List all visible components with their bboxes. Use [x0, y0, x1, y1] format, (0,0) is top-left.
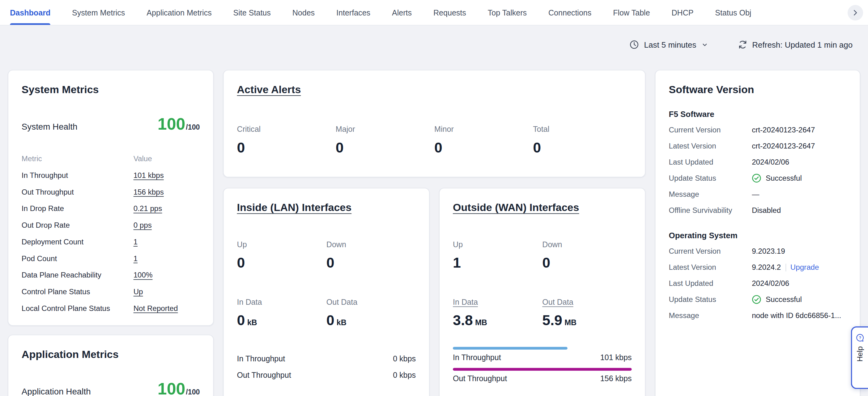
metric-value-link[interactable]: 1 — [133, 237, 137, 246]
help-button[interactable]: ? Help — [851, 327, 868, 389]
application-health-row: Application Health 100/100 — [22, 379, 200, 396]
lan-interfaces-card: Inside (LAN) Interfaces Up 0 Down 0 In D… — [223, 188, 430, 396]
wan-data: In Data 3.8MB Out Data 5.9MB — [453, 297, 631, 329]
chevron-right-icon — [851, 9, 859, 17]
lan-up-down: Up 0 Down 0 — [237, 239, 416, 272]
sw-row: Current Versioncrt-20240123-2647 — [669, 122, 847, 138]
table-row: Out Throughput156 kbps — [22, 183, 200, 200]
table-row: Control Plane StatusUp — [22, 283, 200, 300]
wan-up-down: Up 1 Down 0 — [453, 239, 631, 272]
sw-row: Last Updated2024/02/06 — [669, 275, 847, 291]
tab-nodes[interactable]: Nodes — [292, 0, 315, 25]
nav-scroll-right-button[interactable] — [847, 5, 863, 21]
wan-in-data-link[interactable]: In Data — [453, 298, 478, 307]
alert-total: Total 0 — [533, 125, 631, 156]
tab-dashboard[interactable]: Dashboard — [10, 0, 51, 25]
application-metrics-card: Application Metrics Application Health 1… — [8, 335, 214, 396]
sw-row: Latest Versioncrt-20240123-2647 — [669, 138, 847, 154]
chevron-down-icon — [702, 41, 708, 48]
help-label: Help — [856, 346, 864, 362]
success-check-icon — [752, 174, 761, 183]
sw-row-update-status: Update Status Successful — [669, 291, 847, 308]
time-range-label: Last 5 minutes — [644, 40, 696, 49]
wan-out-data-link[interactable]: Out Data — [542, 298, 573, 307]
application-metrics-title: Application Metrics — [22, 347, 200, 362]
help-question-icon: ? — [856, 334, 864, 342]
metric-value-link[interactable]: Not Reported — [133, 304, 178, 312]
upgrade-link[interactable]: Upgrade — [790, 263, 819, 272]
system-metrics-card: System Metrics System Health 100/100 Met… — [8, 70, 214, 326]
dashboard-page: Dashboard System Metrics Application Met… — [0, 0, 868, 396]
lan-throughput: In Throughput0 kbps Out Throughput0 kbps — [237, 350, 416, 383]
top-nav: Dashboard System Metrics Application Met… — [0, 0, 868, 25]
tab-alerts[interactable]: Alerts — [392, 0, 412, 25]
lan-interfaces-title-link[interactable]: Inside (LAN) Interfaces — [237, 200, 416, 215]
metric-value-link[interactable]: 0 pps — [133, 221, 152, 229]
sw-row: Offline SurvivabilityDisabled — [669, 202, 847, 219]
tab-site-status[interactable]: Site Status — [234, 0, 271, 25]
metric-value-link[interactable]: 101 kbps — [133, 171, 164, 179]
toolbar: Last 5 minutes Refresh: Updated 1 min ag… — [630, 40, 852, 49]
out-throughput-bar — [453, 368, 631, 371]
application-health-label: Application Health — [22, 387, 91, 396]
alert-critical: Critical 0 — [237, 125, 336, 156]
metric-value-link[interactable]: 100% — [133, 271, 153, 279]
divider — [785, 263, 786, 271]
system-health-row: System Health 100/100 — [22, 115, 200, 134]
metric-value-link[interactable]: 1 — [133, 254, 137, 262]
tab-flow-table[interactable]: Flow Table — [613, 0, 650, 25]
f5-software-heading: F5 Software — [669, 106, 847, 122]
metric-value-link[interactable]: 0.21 pps — [133, 204, 162, 213]
tab-dhcp[interactable]: DHCP — [672, 0, 693, 25]
refresh-icon — [738, 40, 747, 49]
wan-interfaces-card: Outside (WAN) Interfaces Up 1 Down 0 In … — [439, 188, 645, 396]
tab-connections[interactable]: Connections — [548, 0, 591, 25]
application-health-score: 100/100 — [158, 379, 200, 396]
metric-value-link[interactable]: 156 kbps — [133, 188, 164, 196]
table-row: Out Drop Rate0 pps — [22, 217, 200, 233]
table-row: Pod Count1 — [22, 250, 200, 267]
table-row: Local Control Plane StatusNot Reported — [22, 300, 200, 316]
metric-value-link[interactable]: Up — [133, 287, 143, 296]
table-row: In Throughput101 kbps — [22, 167, 200, 183]
wan-interfaces-title-link[interactable]: Outside (WAN) Interfaces — [453, 200, 631, 215]
alert-counts: Critical 0 Major 0 Minor 0 Total 0 — [237, 125, 632, 156]
metric-table-header: Metric Value — [22, 150, 200, 167]
table-row: In Drop Rate0.21 pps — [22, 200, 200, 217]
alert-minor: Minor 0 — [434, 125, 533, 156]
sw-row-latest-version: Latest Version 9.2024.2 Upgrade — [669, 259, 847, 275]
tab-top-talkers[interactable]: Top Talkers — [488, 0, 527, 25]
active-alerts-card: Active Alerts Critical 0 Major 0 Minor 0… — [223, 70, 646, 177]
clock-icon — [630, 40, 639, 49]
system-health-score: 100/100 — [158, 115, 200, 134]
system-metrics-title: System Metrics — [22, 83, 200, 97]
refresh-label: Refresh: Updated 1 min ago — [752, 40, 852, 49]
tab-application-metrics[interactable]: Application Metrics — [147, 0, 211, 25]
svg-text:?: ? — [859, 335, 861, 340]
sw-row: Message— — [669, 186, 847, 202]
sw-row: Current Version9.2023.19 — [669, 243, 847, 259]
time-range-selector[interactable]: Last 5 minutes — [630, 40, 708, 49]
operating-system-heading: Operating System — [669, 227, 847, 243]
tab-system-metrics[interactable]: System Metrics — [72, 0, 125, 25]
success-check-icon — [752, 295, 761, 304]
software-version-title: Software Version — [669, 83, 847, 97]
tab-status-objects[interactable]: Status Obj — [715, 0, 751, 25]
refresh-button[interactable]: Refresh: Updated 1 min ago — [738, 40, 852, 49]
alert-major: Major 0 — [336, 125, 434, 156]
wan-throughput: In Throughput101 kbps Out Throughput156 … — [453, 347, 631, 386]
software-version-card: Software Version F5 Software Current Ver… — [655, 70, 860, 396]
sw-row: Last Updated2024/02/06 — [669, 154, 847, 170]
sw-row: Messagenode with ID 6dc66856-1... — [669, 308, 847, 323]
tab-interfaces[interactable]: Interfaces — [336, 0, 370, 25]
in-throughput-bar — [453, 347, 567, 349]
table-row: Deployment Count1 — [22, 233, 200, 250]
system-health-label: System Health — [22, 122, 78, 132]
active-alerts-title-link[interactable]: Active Alerts — [237, 83, 632, 97]
sw-row-update-status: Update Status Successful — [669, 170, 847, 186]
tab-requests[interactable]: Requests — [433, 0, 466, 25]
lan-data: In Data 0kB Out Data 0kB — [237, 297, 416, 329]
table-row: Data Plane Reachability100% — [22, 266, 200, 283]
